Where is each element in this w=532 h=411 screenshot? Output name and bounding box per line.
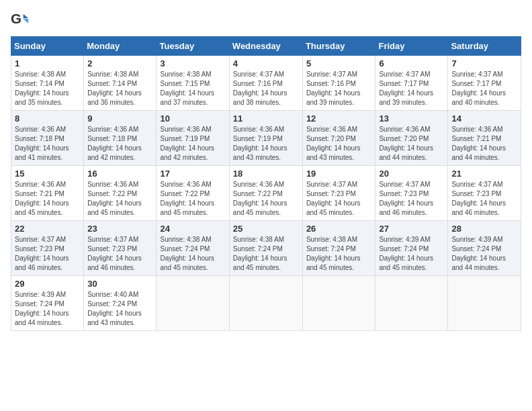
day-detail: Sunrise: 4:38 AMSunset: 7:24 PMDaylight:… — [160, 235, 225, 273]
day-number: 14 — [451, 113, 517, 124]
calendar-cell: 13 Sunrise: 4:36 AMSunset: 7:20 PMDaylig… — [375, 111, 448, 166]
day-detail: Sunrise: 4:38 AMSunset: 7:14 PMDaylight:… — [15, 70, 80, 107]
day-number: 21 — [451, 169, 517, 179]
calendar-cell — [375, 276, 448, 331]
day-number: 9 — [87, 113, 152, 124]
day-number: 28 — [451, 224, 517, 234]
day-detail: Sunrise: 4:38 AMSunset: 7:24 PMDaylight:… — [306, 235, 372, 273]
weekday-header-sunday: Sunday — [11, 37, 84, 56]
day-number: 2 — [87, 58, 152, 68]
day-detail: Sunrise: 4:40 AMSunset: 7:24 PMDaylight:… — [87, 290, 152, 328]
day-detail: Sunrise: 4:36 AMSunset: 7:22 PMDaylight:… — [87, 180, 152, 218]
day-number: 4 — [233, 58, 299, 68]
calendar-cell: 17 Sunrise: 4:36 AMSunset: 7:22 PMDaylig… — [157, 166, 229, 221]
day-number: 27 — [379, 224, 444, 234]
weekday-header-monday: Monday — [84, 37, 157, 56]
day-detail: Sunrise: 4:37 AMSunset: 7:23 PMDaylight:… — [451, 180, 517, 218]
day-number: 6 — [379, 58, 444, 68]
calendar-cell: 4 Sunrise: 4:37 AMSunset: 7:16 PMDayligh… — [229, 56, 302, 111]
day-number: 5 — [306, 58, 372, 68]
calendar-cell: 29 Sunrise: 4:39 AMSunset: 7:24 PMDaylig… — [11, 276, 84, 331]
calendar-cell: 23 Sunrise: 4:37 AMSunset: 7:23 PMDaylig… — [84, 221, 157, 276]
calendar-cell: 10 Sunrise: 4:36 AMSunset: 7:19 PMDaylig… — [157, 111, 229, 166]
day-number: 17 — [160, 169, 225, 179]
calendar-cell: 27 Sunrise: 4:39 AMSunset: 7:24 PMDaylig… — [375, 221, 448, 276]
svg-marker-2 — [24, 19, 28, 24]
day-detail: Sunrise: 4:38 AMSunset: 7:14 PMDaylight:… — [87, 70, 152, 107]
calendar-cell: 18 Sunrise: 4:36 AMSunset: 7:22 PMDaylig… — [229, 166, 302, 221]
week-row-2: 8 Sunrise: 4:36 AMSunset: 7:18 PMDayligh… — [11, 111, 521, 166]
day-number: 7 — [451, 58, 517, 68]
calendar-cell: 9 Sunrise: 4:36 AMSunset: 7:18 PMDayligh… — [84, 111, 157, 166]
calendar-cell: 15 Sunrise: 4:36 AMSunset: 7:21 PMDaylig… — [11, 166, 84, 221]
calendar-cell — [157, 276, 229, 331]
day-number: 3 — [160, 58, 225, 68]
svg-text:G: G — [11, 11, 21, 26]
day-detail: Sunrise: 4:36 AMSunset: 7:20 PMDaylight:… — [306, 125, 372, 163]
day-number: 8 — [15, 113, 80, 124]
calendar-cell: 7 Sunrise: 4:37 AMSunset: 7:17 PMDayligh… — [448, 56, 521, 111]
day-number: 11 — [233, 113, 299, 124]
day-detail: Sunrise: 4:39 AMSunset: 7:24 PMDaylight:… — [379, 235, 444, 273]
calendar-cell: 8 Sunrise: 4:36 AMSunset: 7:18 PMDayligh… — [11, 111, 84, 166]
calendar-cell: 24 Sunrise: 4:38 AMSunset: 7:24 PMDaylig… — [157, 221, 229, 276]
header: G — [11, 11, 521, 30]
calendar-cell: 16 Sunrise: 4:36 AMSunset: 7:22 PMDaylig… — [84, 166, 157, 221]
day-number: 1 — [15, 58, 80, 68]
day-number: 16 — [87, 169, 152, 179]
svg-marker-1 — [24, 14, 28, 19]
calendar-cell: 2 Sunrise: 4:38 AMSunset: 7:14 PMDayligh… — [84, 56, 157, 111]
day-detail: Sunrise: 4:36 AMSunset: 7:22 PMDaylight:… — [233, 180, 299, 218]
day-number: 12 — [306, 113, 372, 124]
day-number: 24 — [160, 224, 225, 234]
day-detail: Sunrise: 4:36 AMSunset: 7:20 PMDaylight:… — [379, 125, 444, 163]
calendar-cell: 22 Sunrise: 4:37 AMSunset: 7:23 PMDaylig… — [11, 221, 84, 276]
week-row-4: 22 Sunrise: 4:37 AMSunset: 7:23 PMDaylig… — [11, 221, 521, 276]
day-number: 13 — [379, 113, 444, 124]
day-number: 18 — [233, 169, 299, 179]
day-detail: Sunrise: 4:36 AMSunset: 7:18 PMDaylight:… — [15, 125, 80, 163]
day-detail: Sunrise: 4:36 AMSunset: 7:22 PMDaylight:… — [160, 180, 225, 218]
calendar-cell: 21 Sunrise: 4:37 AMSunset: 7:23 PMDaylig… — [448, 166, 521, 221]
day-detail: Sunrise: 4:39 AMSunset: 7:24 PMDaylight:… — [15, 290, 80, 328]
weekday-header-tuesday: Tuesday — [157, 37, 229, 56]
day-detail: Sunrise: 4:36 AMSunset: 7:21 PMDaylight:… — [451, 125, 517, 163]
day-detail: Sunrise: 4:37 AMSunset: 7:23 PMDaylight:… — [87, 235, 152, 273]
day-number: 20 — [379, 169, 444, 179]
day-detail: Sunrise: 4:36 AMSunset: 7:19 PMDaylight:… — [160, 125, 225, 163]
week-row-1: 1 Sunrise: 4:38 AMSunset: 7:14 PMDayligh… — [11, 56, 521, 111]
calendar-table: SundayMondayTuesdayWednesdayThursdayFrid… — [11, 36, 521, 331]
day-number: 10 — [160, 113, 225, 124]
calendar-cell: 6 Sunrise: 4:37 AMSunset: 7:17 PMDayligh… — [375, 56, 448, 111]
weekday-header-row: SundayMondayTuesdayWednesdayThursdayFrid… — [11, 37, 521, 56]
day-number: 15 — [15, 169, 80, 179]
calendar-cell — [302, 276, 375, 331]
day-detail: Sunrise: 4:37 AMSunset: 7:17 PMDaylight:… — [379, 70, 444, 107]
day-detail: Sunrise: 4:37 AMSunset: 7:23 PMDaylight:… — [379, 180, 444, 218]
week-row-3: 15 Sunrise: 4:36 AMSunset: 7:21 PMDaylig… — [11, 166, 521, 221]
calendar-cell: 14 Sunrise: 4:36 AMSunset: 7:21 PMDaylig… — [448, 111, 521, 166]
day-number: 22 — [15, 224, 80, 234]
day-detail: Sunrise: 4:36 AMSunset: 7:19 PMDaylight:… — [233, 125, 299, 163]
day-number: 29 — [15, 279, 80, 289]
day-detail: Sunrise: 4:38 AMSunset: 7:24 PMDaylight:… — [233, 235, 299, 273]
calendar-cell: 11 Sunrise: 4:36 AMSunset: 7:19 PMDaylig… — [229, 111, 302, 166]
calendar-cell: 28 Sunrise: 4:39 AMSunset: 7:24 PMDaylig… — [448, 221, 521, 276]
calendar-cell — [229, 276, 302, 331]
day-detail: Sunrise: 4:38 AMSunset: 7:15 PMDaylight:… — [160, 70, 225, 107]
calendar-cell: 26 Sunrise: 4:38 AMSunset: 7:24 PMDaylig… — [302, 221, 375, 276]
day-detail: Sunrise: 4:37 AMSunset: 7:23 PMDaylight:… — [306, 180, 372, 218]
day-detail: Sunrise: 4:37 AMSunset: 7:23 PMDaylight:… — [15, 235, 80, 273]
day-detail: Sunrise: 4:36 AMSunset: 7:18 PMDaylight:… — [87, 125, 152, 163]
day-detail: Sunrise: 4:37 AMSunset: 7:16 PMDaylight:… — [306, 70, 372, 107]
logo: G — [11, 11, 32, 30]
calendar-cell — [448, 276, 521, 331]
day-detail: Sunrise: 4:37 AMSunset: 7:17 PMDaylight:… — [451, 70, 517, 107]
calendar-cell: 12 Sunrise: 4:36 AMSunset: 7:20 PMDaylig… — [302, 111, 375, 166]
calendar-cell: 30 Sunrise: 4:40 AMSunset: 7:24 PMDaylig… — [84, 276, 157, 331]
calendar-cell: 20 Sunrise: 4:37 AMSunset: 7:23 PMDaylig… — [375, 166, 448, 221]
day-detail: Sunrise: 4:39 AMSunset: 7:24 PMDaylight:… — [451, 235, 517, 273]
weekday-header-thursday: Thursday — [302, 37, 375, 56]
calendar-cell: 5 Sunrise: 4:37 AMSunset: 7:16 PMDayligh… — [302, 56, 375, 111]
day-number: 19 — [306, 169, 372, 179]
